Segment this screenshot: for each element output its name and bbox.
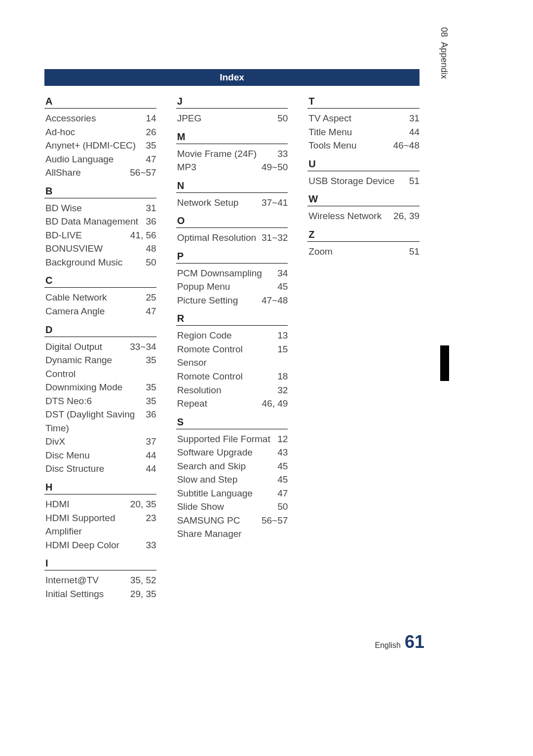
index-entry: Movie Frame (24F)33 bbox=[176, 147, 288, 161]
index-section: AAccessories14Ad-hoc26Anynet+ (HDMI-CEC)… bbox=[44, 96, 156, 180]
index-entry: BD Data Management36 bbox=[44, 215, 156, 228]
index-entry: Network Setup37~41 bbox=[176, 196, 288, 210]
header-bar: Index bbox=[44, 69, 419, 86]
index-page: 44 bbox=[146, 462, 156, 476]
index-page: 31 bbox=[409, 112, 419, 125]
side-thumb-marker bbox=[440, 345, 449, 381]
index-entry: SAMSUNG PC Share Manager56~57 bbox=[176, 514, 288, 541]
index-page: 45 bbox=[277, 473, 288, 487]
index-section: OOptimal Resolution31~32 bbox=[176, 215, 288, 245]
index-entry: Camera Angle47 bbox=[44, 304, 156, 318]
index-term: Digital Output bbox=[45, 340, 126, 354]
index-page: 35 bbox=[146, 380, 156, 394]
index-term: Cable Network bbox=[45, 291, 142, 304]
index-entry: Initial Settings29, 35 bbox=[44, 587, 156, 601]
index-entry: Disc Menu44 bbox=[44, 449, 156, 462]
index-page: 44 bbox=[409, 125, 419, 139]
index-page: 45 bbox=[277, 280, 288, 294]
index-term: Region Code bbox=[177, 329, 274, 342]
index-term: Tools Menu bbox=[308, 139, 389, 152]
index-entry: DST (Daylight Saving Time)36 bbox=[44, 408, 156, 435]
index-letter: U bbox=[307, 158, 419, 171]
index-page: 35 bbox=[146, 353, 156, 380]
index-term: Software Upgrade bbox=[177, 446, 274, 459]
index-section: HHDMI20, 35HDMI Supported Amplifier23HDM… bbox=[44, 482, 156, 552]
index-page: 50 bbox=[277, 500, 288, 514]
index-term: Ad-hoc bbox=[45, 125, 142, 139]
index-column: AAccessories14Ad-hoc26Anynet+ (HDMI-CEC)… bbox=[44, 96, 156, 606]
index-page: 35, 52 bbox=[130, 573, 156, 587]
index-section: TTV Aspect31Title Menu44Tools Menu46~48 bbox=[307, 96, 419, 152]
index-term: Anynet+ (HDMI-CEC) bbox=[45, 139, 142, 152]
index-term: Zoom bbox=[308, 245, 405, 259]
index-term: HDMI Supported Amplifier bbox=[45, 511, 142, 538]
index-entry: HDMI20, 35 bbox=[44, 497, 156, 511]
index-entry: Cable Network25 bbox=[44, 291, 156, 304]
index-entry: HDMI Deep Color33 bbox=[44, 538, 156, 552]
index-entry: Slide Show50 bbox=[176, 500, 288, 514]
index-term: Initial Settings bbox=[45, 587, 126, 601]
index-page: 36 bbox=[146, 215, 156, 228]
index-page: 14 bbox=[146, 112, 156, 125]
index-entry: Subtitle Language47 bbox=[176, 487, 288, 500]
index-term: Disc Menu bbox=[45, 449, 142, 462]
index-page: 51 bbox=[409, 245, 419, 259]
index-term: Background Music bbox=[45, 256, 142, 269]
index-entry: JPEG50 bbox=[176, 112, 288, 125]
index-entry: HDMI Supported Amplifier23 bbox=[44, 511, 156, 538]
index-section: IInternet@TV35, 52Initial Settings29, 35 bbox=[44, 558, 156, 601]
index-section: BBD Wise31BD Data Management36BD-LIVE41,… bbox=[44, 186, 156, 269]
index-entry: Wireless Network26, 39 bbox=[307, 209, 419, 223]
index-entry: Disc Structure44 bbox=[44, 462, 156, 476]
index-entry: USB Storage Device51 bbox=[307, 174, 419, 188]
index-term: DivX bbox=[45, 435, 142, 449]
index-entry: AllShare56~57 bbox=[44, 166, 156, 180]
index-page: 34 bbox=[277, 266, 288, 280]
index-entry: Tools Menu46~48 bbox=[307, 139, 419, 152]
index-entry: PCM Downsampling34 bbox=[176, 266, 288, 280]
index-term: SAMSUNG PC Share Manager bbox=[177, 514, 258, 541]
index-entry: Downmixing Mode35 bbox=[44, 380, 156, 394]
index-letter: P bbox=[176, 251, 288, 264]
index-page: 45 bbox=[277, 459, 288, 473]
index-page: 48 bbox=[146, 242, 156, 256]
index-section: CCable Network25Camera Angle47 bbox=[44, 275, 156, 318]
index-page: 50 bbox=[146, 256, 156, 269]
index-page: 15 bbox=[277, 342, 288, 370]
index-term: Disc Structure bbox=[45, 462, 142, 476]
index-term: Popup Menu bbox=[177, 280, 274, 294]
index-columns: AAccessories14Ad-hoc26Anynet+ (HDMI-CEC)… bbox=[44, 96, 419, 606]
index-page: 26 bbox=[146, 125, 156, 139]
index-letter: M bbox=[176, 131, 288, 144]
index-term: BONUSVIEW bbox=[45, 242, 142, 256]
index-letter: H bbox=[44, 482, 156, 494]
index-entry: BD Wise31 bbox=[44, 201, 156, 215]
index-letter: W bbox=[307, 193, 419, 206]
index-term: Network Setup bbox=[177, 196, 258, 210]
index-term: Subtitle Language bbox=[177, 487, 274, 500]
index-term: Audio Language bbox=[45, 152, 142, 166]
index-section: PPCM Downsampling34Popup Menu45Picture S… bbox=[176, 251, 288, 307]
index-letter: Z bbox=[307, 229, 419, 242]
index-page: 20, 35 bbox=[130, 497, 156, 511]
side-tab: 08 Appendix bbox=[439, 27, 449, 79]
index-term: Downmixing Mode bbox=[45, 380, 142, 394]
index-entry: Audio Language47 bbox=[44, 152, 156, 166]
index-page: 36 bbox=[146, 408, 156, 435]
index-term: AllShare bbox=[45, 166, 126, 180]
index-page: 32 bbox=[277, 383, 288, 397]
index-entry: Anynet+ (HDMI-CEC)35 bbox=[44, 139, 156, 152]
index-page: 26, 39 bbox=[393, 209, 419, 223]
index-term: Picture Setting bbox=[177, 294, 258, 307]
index-section: UUSB Storage Device51 bbox=[307, 158, 419, 188]
index-letter: D bbox=[44, 324, 156, 337]
index-entry: Software Upgrade43 bbox=[176, 446, 288, 459]
index-entry: Region Code13 bbox=[176, 329, 288, 342]
index-entry: Title Menu44 bbox=[307, 125, 419, 139]
index-page: 44 bbox=[146, 449, 156, 462]
index-letter: B bbox=[44, 186, 156, 198]
index-term: BD Wise bbox=[45, 201, 142, 215]
index-page: 46~48 bbox=[393, 139, 419, 152]
index-entry: BD-LIVE41, 56 bbox=[44, 228, 156, 242]
index-letter: N bbox=[176, 180, 288, 193]
